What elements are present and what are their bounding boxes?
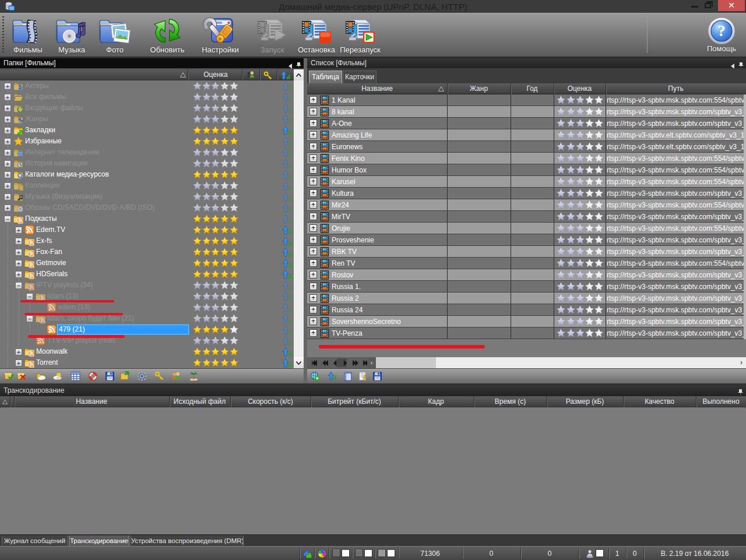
svg-text:?: ? bbox=[717, 22, 726, 40]
